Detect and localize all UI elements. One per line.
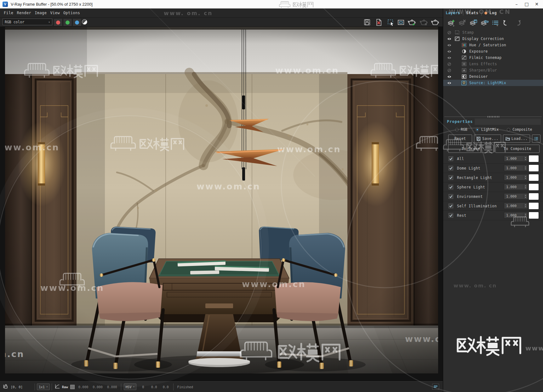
visibility-eye-icon[interactable] <box>446 75 452 78</box>
lightmix-menu-button[interactable] <box>532 135 540 143</box>
layer-row-source-lightmix[interactable]: Source: LightMix <box>443 80 543 86</box>
value-spinner[interactable]: 1.000▲▼ <box>504 184 528 190</box>
layer-row-stamp[interactable]: Stamp <box>443 29 543 36</box>
reset-button[interactable]: Reset <box>448 135 472 143</box>
menu-list-icon <box>534 137 538 141</box>
menu-image[interactable]: Image <box>35 11 47 15</box>
save-button[interactable]: Save... <box>474 135 501 143</box>
zoom-select-dropdown[interactable]: 1x1▾ <box>37 383 50 390</box>
spinner-arrows-icon: ▲▼ <box>523 213 528 217</box>
tab-layers[interactable]: Layers <box>446 11 460 15</box>
light-color-swatch[interactable] <box>529 174 539 181</box>
layer-row-sharpen-blur[interactable]: Sharpen/Blur <box>443 67 543 73</box>
light-color-swatch[interactable] <box>529 183 539 191</box>
visibility-disabled-icon[interactable] <box>446 31 452 35</box>
redo-button[interactable] <box>513 19 522 27</box>
blue-channel-icon <box>75 20 79 25</box>
panel-splitter[interactable] <box>443 116 543 118</box>
layer-tree: Stamp Display Correction Hue / Saturatio… <box>443 29 543 86</box>
light-color-swatch[interactable] <box>529 164 539 172</box>
value-spinner[interactable]: 1.000▲▼ <box>504 155 528 162</box>
visibility-disabled-icon[interactable] <box>446 68 452 72</box>
channel-select-dropdown[interactable]: RGB color ▾ <box>3 19 52 25</box>
tab-log[interactable]: Log <box>484 11 497 15</box>
raw-label: Raw <box>62 385 68 389</box>
checkbox-checked-icon[interactable] <box>449 175 453 180</box>
checkbox-checked-icon[interactable] <box>449 194 453 199</box>
corrections-preview-button[interactable] <box>397 18 405 26</box>
lens-effects-icon <box>461 62 466 66</box>
color-space-dropdown[interactable]: HSV▾ <box>124 383 137 390</box>
light-color-swatch[interactable] <box>529 212 539 219</box>
render-region-teapot-button[interactable] <box>431 18 440 26</box>
load-layers-button[interactable] <box>480 19 489 27</box>
value-spinner[interactable]: 1.000▲▼ <box>504 203 528 209</box>
layer-row-hue-saturation[interactable]: Hue / Saturation <box>443 42 543 48</box>
light-color-swatch[interactable] <box>529 193 539 200</box>
layer-options-menu-button[interactable] <box>491 19 500 27</box>
render-button-disabled[interactable] <box>420 18 428 26</box>
spinner-arrows-icon: ▲▼ <box>523 194 528 199</box>
visibility-eye-icon[interactable] <box>446 43 452 47</box>
render-image: www.om.cn www.om.cn www.om.cn www.om.cn … <box>5 27 438 373</box>
visibility-eye-icon[interactable] <box>446 56 452 60</box>
alpha-channel-icon[interactable] <box>82 19 87 25</box>
value-spinner[interactable]: 1.000▲▼ <box>504 165 528 171</box>
value-spinner[interactable]: 1.000▲▼ <box>504 174 528 181</box>
region-render-button[interactable] <box>386 18 395 26</box>
visibility-eye-icon[interactable] <box>446 37 452 41</box>
undo-button[interactable] <box>502 19 511 27</box>
menu-view[interactable]: View <box>50 11 60 15</box>
checkbox-checked-icon[interactable] <box>449 185 453 189</box>
svg-text:www.om.cn: www.om.cn <box>5 142 60 152</box>
to-composite-button[interactable]: To Composite <box>495 145 540 153</box>
radio-lightmix[interactable]: LightMix <box>476 127 499 132</box>
pixel-probe-lock-icon[interactable] <box>3 384 8 390</box>
light-color-swatch[interactable] <box>529 155 539 162</box>
vray-logo-icon: V <box>3 2 8 7</box>
svg-text:www.om.cn: www.om.cn <box>197 182 260 191</box>
menu-render[interactable]: Render <box>17 11 31 15</box>
visibility-eye-icon[interactable] <box>446 50 452 53</box>
checkbox-checked-icon[interactable] <box>449 204 453 208</box>
render-last-button[interactable] <box>408 18 416 26</box>
close-button[interactable]: ✕ <box>532 0 542 8</box>
checkbox-checked-icon[interactable] <box>449 156 453 161</box>
log-notification-badge <box>484 12 487 14</box>
visibility-disabled-icon[interactable] <box>446 62 452 66</box>
clear-image-button[interactable] <box>374 18 383 26</box>
add-layer-button[interactable] <box>447 19 456 27</box>
layer-row-exposure[interactable]: Exposure <box>443 48 543 55</box>
layer-row-display-correction[interactable]: Display Correction <box>443 36 543 42</box>
layer-row-lens-effects[interactable]: Lens Effects <box>443 61 543 67</box>
visibility-eye-icon[interactable] <box>446 81 452 85</box>
radio-rgb[interactable]: RGB <box>455 127 467 132</box>
layer-row-denoiser[interactable]: Denoiser <box>443 73 543 80</box>
floppy-icon <box>477 137 481 141</box>
layer-row-filmic-tonemap[interactable]: Filmic tonemap <box>443 55 543 61</box>
value-spinner[interactable]: 1.000▲▼ <box>504 193 528 199</box>
menu-options[interactable]: Options <box>63 11 80 15</box>
minimize-button[interactable]: – <box>512 0 522 8</box>
red-channel-button[interactable] <box>54 18 63 26</box>
tab-stats[interactable]: Stats <box>466 11 478 15</box>
menu-file[interactable]: File <box>4 11 14 15</box>
save-image-button[interactable] <box>363 18 372 26</box>
lightmix-row-dome-light: Dome Light 1.000▲▼ <box>443 164 543 173</box>
checkbox-checked-icon[interactable] <box>449 166 453 170</box>
blue-channel-button[interactable] <box>72 18 82 26</box>
radio-composite[interactable]: Composite <box>507 127 532 132</box>
display-correction-icon <box>454 37 460 41</box>
delete-layer-button[interactable] <box>458 19 467 27</box>
render-viewport[interactable]: www.om.cn www.om.cn www.om.cn www.om.cn … <box>0 26 443 381</box>
value-spinner[interactable]: 1.000▲▼ <box>504 212 528 218</box>
save-layers-button[interactable] <box>469 19 478 27</box>
checkbox-checked-icon[interactable] <box>449 213 453 218</box>
spinner-arrows-icon: ▲▼ <box>523 175 528 180</box>
to-scene-button[interactable]: To Scene <box>448 145 494 153</box>
maximize-button[interactable]: □ <box>522 0 532 8</box>
light-color-swatch[interactable] <box>529 202 539 210</box>
status-log-icon[interactable] <box>432 384 439 389</box>
load-button[interactable]: Load... <box>503 135 530 143</box>
green-channel-button[interactable] <box>63 18 72 26</box>
